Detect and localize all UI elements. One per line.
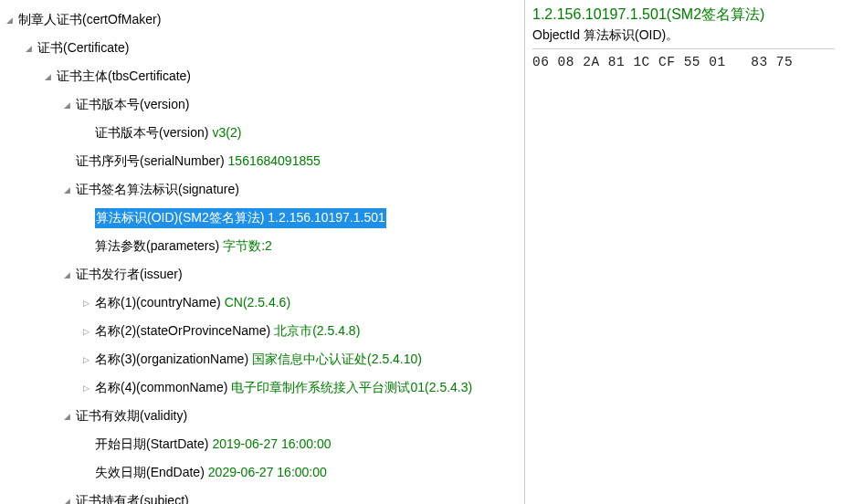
tree-label: 证书有效期(validity) <box>76 408 187 425</box>
tree-label: 失效日期(EndDate) <box>95 465 205 481</box>
tree-pane[interactable]: ◢ 制章人证书(certOfMaker) ◢ 证书(Certificate) ◢… <box>0 0 525 504</box>
leaf-spacer <box>79 437 93 452</box>
tree-label: 证书签名算法标识(signature) <box>76 182 239 198</box>
tree-value: 1561684091855 <box>228 153 321 168</box>
tree-row-algo-oid[interactable]: 算法标识(OID)(SM2签名算法) 1.2.156.10197.1.501 <box>77 204 524 232</box>
tree-row-certOfMaker[interactable]: ◢ 制章人证书(certOfMaker) <box>0 5 524 34</box>
tree-label: 名称(1)(countryName) <box>95 295 221 311</box>
tree-label: 证书版本号(version) <box>76 97 189 113</box>
tree-row-serialNumber[interactable]: 证书序列号(serialNumber) 1561684091855 <box>58 147 524 175</box>
tree-row-countryName[interactable]: ▷ 名称(1)(countryName) CN(2.5.4.6) <box>77 289 524 317</box>
tree-row-startDate[interactable]: 开始日期(StartDate) 2019-06-27 16:00:00 <box>77 430 524 458</box>
tree-label: 证书(Certificate) <box>37 40 129 57</box>
tree-value: 字节数:2 <box>223 238 272 255</box>
tree-label: 名称(3)(organizationName) <box>95 352 248 368</box>
tree-row-commonName[interactable]: ▷ 名称(4)(commonName) 电子印章制作系统接入平台测试01(2.5… <box>77 373 524 402</box>
tree-value: CN(2.5.4.6) <box>225 295 290 310</box>
tree-row-signature[interactable]: ◢ 证书签名算法标识(signature) <box>58 175 524 204</box>
detail-hex: 06 08 2A 81 1C CF 55 01 83 75 <box>532 55 835 69</box>
tree-row-issuer[interactable]: ◢ 证书发行者(issuer) <box>58 260 524 289</box>
tree-label: 证书持有者(subject) <box>76 493 189 505</box>
chevron-down-icon[interactable]: ◢ <box>59 409 74 424</box>
tree-value: 2019-06-27 16:00:00 <box>212 436 331 451</box>
chevron-down-icon[interactable]: ◢ <box>21 41 36 56</box>
tree-row-stateOrProvince[interactable]: ▷ 名称(2)(stateOrProvinceName) 北京市(2.5.4.8… <box>77 317 524 345</box>
chevron-down-icon[interactable]: ◢ <box>59 183 74 197</box>
chevron-right-icon[interactable]: ▷ <box>79 352 93 367</box>
chevron-down-icon[interactable]: ◢ <box>59 494 74 505</box>
tree-label: 名称(2)(stateOrProvinceName) <box>95 323 270 340</box>
tree-value: 电子印章制作系统接入平台测试01(2.5.4.3) <box>231 380 472 396</box>
chevron-right-icon[interactable]: ▷ <box>79 324 93 339</box>
tree-label: 证书主体(tbsCertificate) <box>57 68 191 85</box>
tree-label: 证书版本号(version) <box>95 125 208 142</box>
detail-subtitle: ObjectId 算法标识(OID)。 <box>532 27 835 49</box>
chevron-down-icon[interactable]: ◢ <box>59 268 74 282</box>
chevron-right-icon[interactable]: ▷ <box>79 381 93 395</box>
chevron-down-icon[interactable]: ◢ <box>2 13 16 27</box>
tree-value: 国家信息中心认证处(2.5.4.10) <box>252 352 422 368</box>
tree-label: 证书序列号(serialNumber) <box>76 153 225 170</box>
detail-pane: 1.2.156.10197.1.501(SM2签名算法) ObjectId 算法… <box>525 0 842 504</box>
tree-label: 制章人证书(certOfMaker) <box>18 12 161 28</box>
tree-row-validity[interactable]: ◢ 证书有效期(validity) <box>58 402 524 430</box>
leaf-spacer <box>59 154 74 169</box>
tree-label: 算法标识(OID)(SM2签名算法) <box>96 210 264 226</box>
tree-row-version[interactable]: ◢ 证书版本号(version) <box>58 90 524 119</box>
tree-value: 1.2.156.10197.1.501 <box>268 210 384 225</box>
tree-label: 算法参数(parameters) <box>95 238 219 255</box>
chevron-down-icon[interactable]: ◢ <box>40 69 55 84</box>
tree-row-algo-params[interactable]: 算法参数(parameters) 字节数:2 <box>77 232 524 260</box>
tree-row-version-leaf[interactable]: 证书版本号(version) v3(2) <box>77 119 524 147</box>
tree-row-organizationName[interactable]: ▷ 名称(3)(organizationName) 国家信息中心认证处(2.5.… <box>77 345 524 373</box>
leaf-spacer <box>79 239 93 254</box>
tree-row-endDate[interactable]: 失效日期(EndDate) 2029-06-27 16:00:00 <box>77 458 524 487</box>
tree-label: 开始日期(StartDate) <box>95 436 208 453</box>
tree-label: 名称(4)(commonName) <box>95 380 227 396</box>
tree-value: 北京市(2.5.4.8) <box>274 323 360 340</box>
tree-value: v3(2) <box>212 125 241 140</box>
tree-label: 证书发行者(issuer) <box>76 267 183 283</box>
leaf-spacer <box>79 211 93 226</box>
detail-title: 1.2.156.10197.1.501(SM2签名算法) <box>532 5 835 25</box>
tree-value: 2029-06-27 16:00:00 <box>208 465 327 479</box>
chevron-right-icon[interactable]: ▷ <box>79 296 93 310</box>
leaf-spacer <box>79 126 93 141</box>
tree-row-certificate[interactable]: ◢ 证书(Certificate) <box>19 34 524 62</box>
leaf-spacer <box>79 466 93 480</box>
chevron-down-icon[interactable]: ◢ <box>59 98 74 112</box>
tree-row-subject[interactable]: ◢ 证书持有者(subject) <box>58 487 524 504</box>
tree-row-tbsCertificate[interactable]: ◢ 证书主体(tbsCertificate) <box>38 62 524 90</box>
